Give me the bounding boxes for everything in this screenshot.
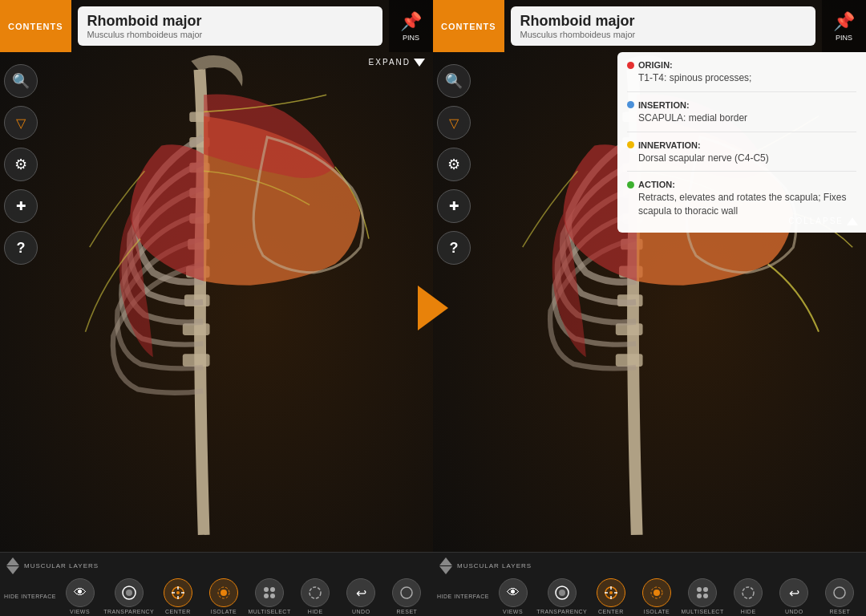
hide-icon-right [734, 578, 763, 607]
muscle-title-right: Rhomboid major [520, 13, 807, 30]
settings-button-right[interactable]: ⚙ [437, 148, 471, 181]
transparency-icon-right [548, 578, 577, 607]
info-panel-right: ORIGIN: T1-T4: spinous processes; INSERT… [617, 52, 866, 233]
collapse-label-right[interactable]: COLLAPSE [788, 217, 858, 225]
innervation-dot [627, 141, 634, 148]
contents-button-right[interactable]: CONTENTS [433, 0, 504, 52]
collapse-text: COLLAPSE [788, 217, 844, 225]
hide-button-left[interactable]: HIDE [293, 578, 338, 614]
isolate-icon-left [209, 578, 238, 607]
svg-rect-35 [616, 354, 643, 367]
svg-point-23 [270, 594, 275, 598]
transparency-button-right[interactable]: TRANSPARENCY [536, 578, 587, 614]
filter-button-right[interactable]: ▽ [437, 106, 471, 140]
hide-interface-button-right[interactable]: HIDE INTERFACE [437, 594, 489, 599]
transparency-label-left: TRANSPARENCY [103, 609, 154, 614]
layers-down-left[interactable] [6, 566, 19, 574]
origin-value: T1-T4: spinous processes; [627, 71, 856, 85]
innervation-label: INNERVATION: [627, 140, 856, 150]
views-icon-left: 👁 [66, 578, 95, 607]
layers-up-right[interactable] [439, 557, 452, 565]
insertion-dot [627, 101, 634, 108]
contents-button-left[interactable]: CONTENTS [0, 0, 71, 52]
hide-button-right[interactable]: HIDE [726, 578, 771, 614]
expand-text: EXPAND [369, 58, 411, 67]
isolate-label-right: ISOLATE [644, 609, 670, 614]
svg-point-37 [559, 590, 565, 596]
help-button-right[interactable]: ? [437, 231, 471, 265]
action-dot [627, 181, 634, 188]
help-icon-left: ? [17, 240, 26, 257]
reset-button-left[interactable]: RESET [385, 578, 429, 614]
reset-button-right[interactable]: RESET [818, 578, 862, 614]
expand-arrow-icon [414, 59, 425, 67]
layers-down-right[interactable] [439, 566, 452, 574]
innervation-value: Dorsal scapular nerve (C4-C5) [627, 152, 856, 165]
hide-interface-button-left[interactable]: HIDE INTERFACE [4, 594, 56, 599]
transition-arrow [418, 286, 448, 330]
settings-icon-left: ⚙ [14, 156, 27, 173]
pins-button-right[interactable]: 📌 PINS [822, 0, 866, 52]
toolbar-left: HIDE INTERFACE 👁 VIEWS TRANSPARENCY CENT… [0, 577, 433, 616]
svg-point-48 [697, 594, 702, 598]
search-icon-left: 🔍 [12, 72, 30, 90]
transparency-label-right: TRANSPARENCY [536, 609, 587, 614]
views-button-left[interactable]: 👁 VIEWS [58, 578, 102, 614]
bookmark-icon-left: ✚ [16, 199, 26, 213]
layers-label-right: MUSCULAR LAYERS [457, 562, 532, 569]
isolate-button-right[interactable]: ISOLATE [634, 578, 678, 614]
undo-button-left[interactable]: ↩ UNDO [339, 578, 383, 614]
hide-interface-label-right: HIDE INTERFACE [437, 594, 489, 599]
reset-label-left: RESET [397, 609, 418, 614]
multiselect-label-right: MULTISELECT [681, 609, 723, 614]
center-label-left: CENTER [165, 609, 191, 614]
filter-button-left[interactable]: ▽ [4, 106, 38, 140]
title-box-right: Rhomboid major Musculus rhomboideus majo… [511, 6, 816, 46]
search-button-right[interactable]: 🔍 [437, 64, 471, 98]
hide-interface-label-left: HIDE INTERFACE [4, 594, 56, 599]
views-button-right[interactable]: 👁 VIEWS [491, 578, 535, 614]
bookmark-icon-right: ✚ [449, 199, 459, 213]
arrow-icon [418, 286, 448, 330]
expand-label-left[interactable]: EXPAND [369, 58, 425, 67]
reset-icon-left [392, 578, 421, 607]
sidebar-left: 🔍 ▽ ⚙ ✚ ? [4, 64, 38, 265]
pins-icon-left: 📌 [400, 11, 422, 32]
multiselect-button-left[interactable]: MULTISELECT [248, 578, 292, 614]
multiselect-icon-right [688, 578, 717, 607]
insertion-row: INSERTION: SCAPULA: medial border [627, 100, 856, 132]
left-panel: CONTENTS Rhomboid major Musculus rhomboi… [0, 0, 433, 616]
svg-point-11 [126, 590, 132, 596]
bookmark-button-right[interactable]: ✚ [437, 189, 471, 223]
svg-point-44 [654, 590, 660, 596]
layers-label-left: MUSCULAR LAYERS [24, 562, 99, 569]
undo-icon-right: ↩ [779, 578, 808, 607]
isolate-icon-right [642, 578, 671, 607]
bottom-bar-left: MUSCULAR LAYERS HIDE INTERFACE 👁 VIEWS T… [0, 552, 433, 616]
help-button-left[interactable]: ? [4, 231, 38, 265]
center-button-left[interactable]: CENTER [156, 578, 200, 614]
pins-button-left[interactable]: 📌 PINS [389, 0, 433, 52]
layers-up-left[interactable] [6, 557, 19, 565]
center-icon-left [164, 578, 192, 607]
undo-icon-left: ↩ [346, 578, 375, 607]
isolate-button-left[interactable]: ISOLATE [201, 578, 245, 614]
undo-label-right: UNDO [785, 609, 803, 614]
transparency-button-left[interactable]: TRANSPARENCY [103, 578, 154, 614]
insertion-label: INSERTION: [627, 100, 856, 110]
svg-point-24 [310, 587, 321, 598]
title-box-left: Rhomboid major Musculus rhomboideus majo… [78, 6, 383, 46]
svg-point-22 [264, 594, 269, 598]
pins-label-right: PINS [836, 34, 852, 42]
layers-arrows-left[interactable] [6, 557, 19, 574]
center-label-right: CENTER [598, 609, 624, 614]
multiselect-button-right[interactable]: MULTISELECT [681, 578, 725, 614]
bookmark-button-left[interactable]: ✚ [4, 189, 38, 223]
layers-arrows-right[interactable] [439, 557, 452, 574]
settings-button-left[interactable]: ⚙ [4, 148, 38, 181]
center-button-right[interactable]: CENTER [589, 578, 633, 614]
undo-button-right[interactable]: ↩ UNDO [772, 578, 816, 614]
svg-point-49 [703, 594, 708, 598]
pins-icon-right: 📌 [833, 11, 855, 32]
search-button-left[interactable]: 🔍 [4, 64, 38, 98]
